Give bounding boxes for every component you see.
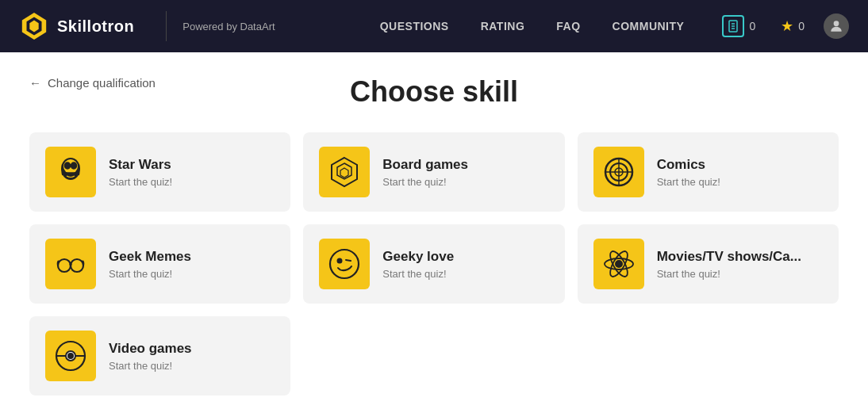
skill-name-geeky-love: Geeky love	[382, 249, 454, 265]
skill-grid: Star WarsStart the quiz! Board gamesStar…	[29, 132, 839, 396]
nav-questions[interactable]: QUESTIONS	[380, 20, 449, 32]
svg-point-32	[68, 354, 73, 358]
svg-point-26	[616, 261, 622, 267]
main-content: ← Change qualification Choose skill Star…	[13, 52, 855, 409]
svg-point-7	[834, 21, 839, 26]
user-avatar[interactable]	[824, 13, 849, 39]
skill-name-board-games: Board games	[382, 157, 468, 173]
svg-point-11	[71, 162, 77, 169]
skill-card-video-games[interactable]: Video gamesStart the quiz!	[29, 316, 290, 396]
skill-icon-board-games	[319, 147, 370, 197]
back-label: Change qualification	[48, 76, 156, 90]
skill-name-star-wars: Star Wars	[109, 157, 172, 173]
skill-sub-geek-memes: Start the quiz!	[109, 268, 191, 280]
svg-point-10	[65, 162, 71, 169]
skill-name-video-games: Video games	[109, 341, 192, 357]
svg-point-24	[330, 250, 359, 278]
skill-sub-movies-tv: Start the quiz!	[657, 268, 801, 280]
logo-text: Skillotron	[57, 17, 134, 36]
back-arrow-icon: ←	[29, 76, 41, 90]
skill-card-movies-tv[interactable]: Movies/TV shows/Ca...Start the quiz!	[578, 224, 839, 304]
logo-link[interactable]: Skillotron	[19, 11, 134, 41]
skill-icon-geeky-love	[319, 239, 370, 289]
skill-name-movies-tv: Movies/TV shows/Ca...	[657, 249, 801, 265]
skill-card-comics[interactable]: ComicsStart the quiz!	[578, 132, 839, 212]
skill-sub-star-wars: Start the quiz!	[109, 176, 172, 188]
skill-info-comics: ComicsStart the quiz!	[657, 157, 720, 188]
skill-card-geek-memes[interactable]: Geek MemesStart the quiz!	[29, 224, 290, 304]
nav-rating[interactable]: RATING	[481, 20, 525, 32]
nav-divider	[166, 11, 167, 41]
skill-icon-star-wars	[45, 147, 96, 197]
svg-marker-15	[340, 168, 348, 178]
skill-sub-board-games: Start the quiz!	[382, 176, 468, 188]
skill-info-star-wars: Star WarsStart the quiz!	[109, 157, 172, 188]
svg-point-22	[71, 259, 83, 272]
skill-info-board-games: Board gamesStart the quiz!	[382, 157, 468, 188]
skill-card-star-wars[interactable]: Star WarsStart the quiz!	[29, 132, 290, 212]
skill-name-geek-memes: Geek Memes	[109, 249, 191, 265]
badge-action[interactable]: 0	[716, 12, 762, 40]
back-link[interactable]: ← Change qualification	[29, 76, 156, 90]
skill-info-geek-memes: Geek MemesStart the quiz!	[109, 249, 191, 280]
skill-icon-geek-memes	[45, 239, 96, 289]
star-icon: ★	[781, 17, 793, 35]
svg-marker-13	[332, 158, 357, 186]
skill-sub-geeky-love: Start the quiz!	[382, 268, 454, 280]
nav-links: QUESTIONS RATING FAQ COMMUNITY	[380, 20, 685, 32]
skill-icon-movies-tv	[593, 239, 644, 289]
nav-actions: 0 ★ 0	[716, 12, 849, 40]
skill-icon-comics	[593, 147, 644, 197]
skill-info-geeky-love: Geeky loveStart the quiz!	[382, 249, 454, 280]
star-action[interactable]: ★ 0	[774, 14, 811, 38]
skill-info-video-games: Video gamesStart the quiz!	[109, 341, 192, 372]
skill-name-comics: Comics	[657, 157, 720, 173]
navbar: Skillotron Powered by DataArt QUESTIONS …	[0, 0, 868, 52]
nav-community[interactable]: COMMUNITY	[613, 20, 685, 32]
skill-sub-video-games: Start the quiz!	[109, 360, 192, 372]
nav-faq[interactable]: FAQ	[556, 20, 580, 32]
badge-icon-box	[722, 15, 744, 37]
skill-icon-video-games	[45, 331, 96, 381]
svg-point-25	[338, 259, 342, 263]
skill-sub-comics: Start the quiz!	[657, 176, 720, 188]
powered-text: Powered by DataArt	[182, 21, 275, 32]
svg-marker-14	[337, 163, 351, 179]
skill-card-geeky-love[interactable]: Geeky loveStart the quiz!	[303, 224, 564, 304]
skill-card-board-games[interactable]: Board gamesStart the quiz!	[303, 132, 564, 212]
badge-count: 0	[749, 20, 755, 32]
star-count: 0	[798, 20, 805, 32]
skill-info-movies-tv: Movies/TV shows/Ca...Start the quiz!	[657, 249, 801, 280]
svg-point-21	[58, 259, 71, 272]
